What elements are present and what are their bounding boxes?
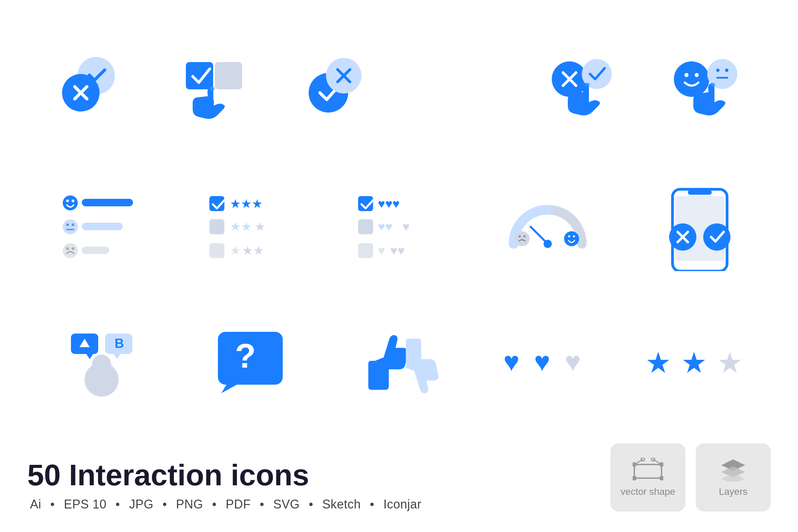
svg-rect-5 xyxy=(215,62,242,89)
svg-rect-36 xyxy=(82,247,109,254)
svg-point-21 xyxy=(725,69,728,72)
dot-3: • xyxy=(162,497,167,511)
icon-rating-list xyxy=(61,189,143,264)
svg-point-30 xyxy=(72,223,74,226)
svg-text:★: ★ xyxy=(717,346,743,379)
subtitle: Ai • EPS 10 • JPG • PNG • PDF • SVG • Sk… xyxy=(27,497,424,512)
svg-point-29 xyxy=(66,223,69,226)
icon-phone-rating xyxy=(649,182,744,271)
svg-point-18 xyxy=(695,73,699,77)
dot-7: • xyxy=(370,497,374,511)
svg-text:★★★: ★★★ xyxy=(230,197,263,211)
icon-cell-3-1: B xyxy=(37,316,166,412)
svg-rect-27 xyxy=(82,199,133,206)
icon-cell-2-1 xyxy=(37,179,166,275)
bottom-right: vector shape Layers xyxy=(610,443,771,512)
svg-text:♥: ♥ xyxy=(402,220,410,234)
svg-point-91 xyxy=(659,476,663,481)
svg-rect-79 xyxy=(368,361,384,390)
svg-text:★: ★ xyxy=(681,346,707,379)
format-ai: Ai xyxy=(30,497,41,511)
svg-rect-87 xyxy=(634,464,662,478)
icon-cell-3-2: ? xyxy=(186,316,315,412)
svg-text:♥: ♥ xyxy=(534,346,550,377)
svg-marker-98 xyxy=(721,473,745,482)
svg-rect-42 xyxy=(209,243,224,258)
svg-text:♥♥: ♥♥ xyxy=(378,220,393,234)
icon-stars: ★ ★ ★ xyxy=(642,337,751,391)
svg-text:♥: ♥ xyxy=(503,346,520,377)
svg-point-53 xyxy=(515,231,530,246)
dot-2: • xyxy=(116,497,120,511)
page-title: 50 Interaction icons xyxy=(27,459,424,492)
icon-cell-3-4: ♥ ♥ ♥ xyxy=(483,316,612,412)
svg-marker-74 xyxy=(86,354,93,359)
svg-point-55 xyxy=(523,235,526,237)
format-png: PNG xyxy=(176,497,203,511)
svg-point-23 xyxy=(710,83,716,86)
icon-row-2: ★★★ ★★ ★ ★ ★★ ♥♥♥ xyxy=(27,179,771,275)
icon-cell-1-3 xyxy=(275,42,399,137)
dot-6: • xyxy=(309,497,313,511)
icon-cell-1-1 xyxy=(27,42,151,137)
vector-shape-badge: vector shape xyxy=(610,443,685,512)
svg-text:★: ★ xyxy=(254,220,265,234)
dot-1: • xyxy=(50,497,55,511)
icon-rows: ★★★ ★★ ★ ★ ★★ ♥♥♥ xyxy=(27,20,771,433)
bottom-section: 50 Interaction icons Ai • EPS 10 • JPG •… xyxy=(27,433,771,512)
icon-question-bubble: ? xyxy=(213,327,288,402)
svg-text:★★: ★★ xyxy=(230,220,252,234)
svg-point-25 xyxy=(66,200,69,202)
icon-cell-2-2: ★★★ ★★ ★ ★ ★★ xyxy=(186,179,315,275)
svg-point-16 xyxy=(674,61,709,97)
svg-point-58 xyxy=(573,235,575,237)
svg-point-34 xyxy=(66,247,69,250)
bottom-left: 50 Interaction icons Ai • EPS 10 • JPG •… xyxy=(27,459,424,512)
icon-cell-2-3: ♥♥♥ ♥♥ ♥ ♥ ♥♥ xyxy=(334,179,464,275)
svg-point-33 xyxy=(63,243,78,258)
main-container: ★★★ ★★ ★ ★ ★★ ♥♥♥ xyxy=(0,0,798,532)
svg-text:♥♥: ♥♥ xyxy=(390,243,405,257)
format-pdf: PDF xyxy=(226,497,251,511)
svg-marker-78 xyxy=(221,385,237,393)
icon-emoji-hand xyxy=(664,55,753,123)
svg-point-56 xyxy=(564,231,579,246)
svg-point-54 xyxy=(519,235,521,237)
icon-row-3: B ? xyxy=(27,316,771,412)
layers-label: Layers xyxy=(719,486,748,497)
svg-text:♥: ♥ xyxy=(565,346,581,377)
vector-shape-label: vector shape xyxy=(621,486,675,497)
svg-rect-4 xyxy=(186,62,213,89)
svg-point-28 xyxy=(63,219,78,234)
icon-cell-1-2 xyxy=(151,42,275,137)
svg-text:♥♥♥: ♥♥♥ xyxy=(378,197,400,211)
dot-5: • xyxy=(260,497,264,511)
svg-rect-47 xyxy=(358,219,373,234)
format-eps: EPS 10 xyxy=(64,497,106,511)
svg-point-60 xyxy=(544,240,552,248)
icon-hand-x-check xyxy=(544,55,626,123)
icon-check-x-circles xyxy=(52,55,127,123)
format-sketch: Sketch xyxy=(322,497,361,511)
svg-rect-50 xyxy=(358,243,373,258)
svg-text:★: ★ xyxy=(230,243,241,257)
svg-text:B: B xyxy=(115,336,124,351)
dot-4: • xyxy=(212,497,217,511)
icon-chat-person: B xyxy=(61,327,143,402)
svg-text:?: ? xyxy=(235,337,256,375)
svg-point-24 xyxy=(63,195,78,210)
svg-point-26 xyxy=(72,200,74,202)
icon-heart-rating: ♥♥♥ ♥♥ ♥ ♥ ♥♥ xyxy=(355,189,443,264)
icon-cell-2-4 xyxy=(483,179,612,275)
icon-star-rating: ★★★ ★★ ★ ★ ★★ xyxy=(206,189,295,264)
svg-point-67 xyxy=(703,223,730,251)
layers-badge: Layers xyxy=(696,443,771,512)
icon-gauge xyxy=(503,189,592,264)
icon-row-1 xyxy=(27,42,771,137)
icon-cell-2-5 xyxy=(632,179,761,275)
svg-rect-32 xyxy=(82,223,123,230)
svg-text:★★: ★★ xyxy=(242,243,264,257)
icon-hearts: ♥ ♥ ♥ xyxy=(500,337,595,391)
svg-marker-75 xyxy=(114,354,120,359)
svg-point-35 xyxy=(72,247,74,250)
